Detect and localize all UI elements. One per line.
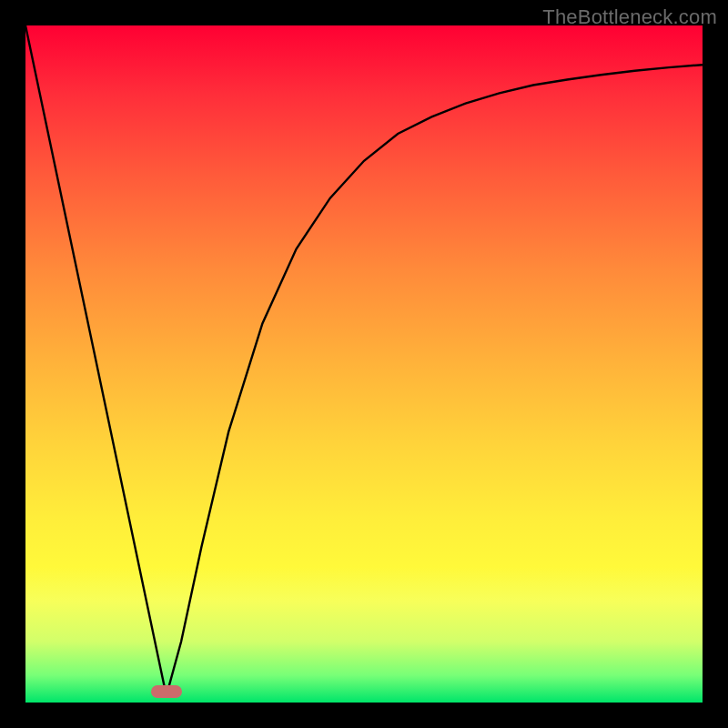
bottleneck-curve: [25, 25, 703, 703]
plot-area: [25, 25, 703, 703]
chart-frame: TheBottleneck.com: [0, 0, 728, 728]
curve-line: [25, 25, 703, 696]
watermark-label: TheBottleneck.com: [542, 5, 717, 29]
minimum-marker: [151, 685, 182, 698]
